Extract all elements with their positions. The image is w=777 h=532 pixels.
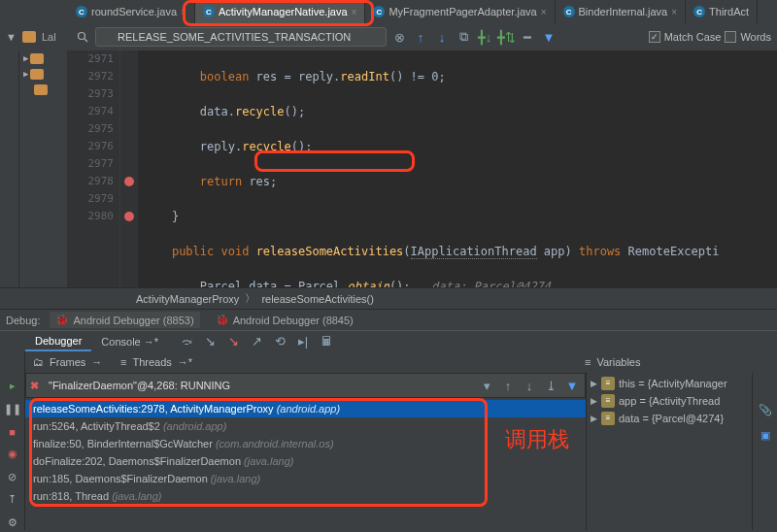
pause-icon[interactable]: ❚❚ [5,401,20,416]
tab-label: BinderInternal.java [579,6,668,17]
match-case-checkbox[interactable]: ✓ Match Case [649,31,722,43]
project-tree[interactable]: ▶ ▶ [19,50,68,287]
code-content[interactable]: boolean res = reply.readInt() != 0; data… [138,50,777,287]
checkbox-icon: ✓ [649,31,660,43]
tri-right-icon[interactable]: ▶ [591,410,597,427]
export-threads-icon[interactable]: ⤓ [542,377,559,394]
stack-frame[interactable]: run:818, Thread (java.lang) [25,487,586,505]
session-label: Android Debugger (8853) [73,315,193,326]
tab-myfragmentpageradapter[interactable]: C MyFragmentPagerAdapter.java × [365,0,555,23]
breadcrumb[interactable]: ActivityManagerProxy 〉 releaseSomeActivi… [0,287,777,309]
class-icon: C [563,6,575,17]
tab-activitymanagernative[interactable]: C ActivityManagerNative.java × [195,0,366,23]
breakpoint-icon[interactable] [124,212,134,221]
project-pane-header: ▼ Lal [0,23,68,50]
filter-icon[interactable]: ▼ [540,28,557,46]
folder-icon [30,53,44,64]
variables-list[interactable]: ▶≡this = {ActivityManager ▶≡app = {Activ… [587,373,752,530]
tab-thirdact[interactable]: C ThirdAct [686,0,758,23]
remove-selection-icon[interactable]: ━ [519,28,536,46]
words-checkbox[interactable]: Words [725,31,771,43]
debug-session-tab[interactable]: 🐞 Android Debugger (8845) [210,312,359,328]
thread-stop-icon[interactable]: ✖ [30,380,39,392]
close-icon[interactable]: × [352,7,357,17]
mute-breakpoints-icon[interactable]: ⊘ [5,470,20,484]
breadcrumb-class[interactable]: ActivityManagerProxy [136,293,239,305]
tri-right-icon[interactable]: ▶ [591,375,597,392]
stack-frame[interactable]: finalize:50, BinderInternal$GcWatcher (c… [25,435,586,452]
close-icon[interactable]: × [541,7,547,17]
class-icon: C [203,6,215,17]
settings-icon[interactable]: ⚙ [5,515,20,530]
force-step-into-icon[interactable]: ↘ [224,333,242,350]
stop-icon[interactable]: ■ [5,424,20,439]
prev-result-icon[interactable]: ↑ [412,28,429,46]
tri-right-icon[interactable]: ▶ [23,69,28,79]
tab-roundservice[interactable]: C roundService.java × [68,0,195,23]
clear-icon[interactable]: ⊗ [390,28,408,46]
variable-row[interactable]: ▶≡app = {ActivityThread [591,392,748,410]
step-out-icon[interactable]: ↗ [248,333,265,350]
frames-panel-head[interactable]: 🗂 Frames→ [25,351,113,373]
thread-selector[interactable]: "FinalizerDaemon"@4,268: RUNNING [43,380,474,391]
threads-panel-head[interactable]: ≡ Threads→* [113,351,577,373]
breakpoint-icon[interactable] [124,177,134,186]
chevron-down-icon[interactable]: ▾ [478,377,495,394]
drop-frame-icon[interactable]: ⟲ [271,333,288,350]
tri-right-icon[interactable]: ▶ [591,392,597,410]
line-number: 2973 [68,85,114,103]
project-label: Lal [42,31,56,43]
search-input[interactable] [95,27,387,47]
thread-dump-icon[interactable]: ⤒ [5,492,20,507]
breadcrumb-method[interactable]: releaseSomeActivities() [261,293,374,305]
stack-frame[interactable]: releaseSomeActivities:2978, ActivityMana… [25,400,586,417]
view-breakpoints-icon[interactable]: ◉ [5,447,20,461]
step-into-icon[interactable]: ↘ [201,333,219,350]
debug-run-controls: ▸ ❚❚ ■ ◉ ⊘ ⤒ ⚙ [0,373,25,530]
filter-frames-icon[interactable]: ▼ [563,377,581,394]
pin-icon[interactable]: 📎 [758,402,773,417]
debugger-tab[interactable]: Debugger [25,331,91,351]
variables-panel-head[interactable]: ≡ Variables [577,351,648,373]
next-result-icon[interactable]: ↓ [433,28,451,46]
prev-frame-icon[interactable]: ↑ [499,377,517,394]
frames-panel: ✖ "FinalizerDaemon"@4,268: RUNNING ▾ ↑ ↓… [25,373,587,530]
find-all-icon[interactable]: ⧉ [455,28,472,46]
tri-down-icon[interactable]: ▼ [6,31,17,43]
next-frame-icon[interactable]: ↓ [521,377,538,394]
field-icon: ≡ [601,394,615,408]
variable-row[interactable]: ▶≡this = {ActivityManager [591,375,748,392]
select-all-icon[interactable]: ╋⇅ [497,28,515,46]
class-icon: C [373,6,385,17]
tab-binderinternal[interactable]: C BinderInternal.java × [556,0,687,23]
call-stack[interactable]: releaseSomeActivities:2978, ActivityMana… [25,398,586,530]
tri-right-icon[interactable]: ▶ [23,53,28,63]
close-icon[interactable]: × [181,7,186,17]
search-icon [74,28,91,46]
resume-icon[interactable]: ▸ [5,379,20,393]
stack-frame[interactable]: run:5264, ActivityThread$2 (android.app) [25,417,586,435]
bug-icon: 🐞 [55,314,69,326]
debug-session-tab[interactable]: 🐞 Android Debugger (8853) [50,312,199,328]
stack-frame[interactable]: doFinalize:202, Daemons$FinalizerDaemon … [25,452,586,470]
add-selection-icon[interactable]: ╋↓ [476,28,493,46]
variables-panel: ▶≡this = {ActivityManager ▶≡app = {Activ… [587,373,752,530]
tab-label: ThirdAct [709,6,749,17]
line-number: 2980 [68,208,114,225]
console-tab[interactable]: Console →* [91,331,168,351]
frames-icon: 🗂 [33,356,44,368]
close-icon[interactable]: × [671,7,677,17]
run-to-cursor-icon[interactable]: ▸| [294,333,312,350]
breakpoint-gutter[interactable] [120,50,138,287]
evaluate-icon[interactable]: 🖩 [318,333,335,350]
step-over-icon[interactable]: ⤼ [178,333,195,350]
camera-icon[interactable]: ▣ [758,427,773,443]
line-number: 2975 [68,120,114,138]
tool-window-stripe-left[interactable] [0,50,19,287]
bug-icon: 🐞 [216,314,229,326]
stack-frame[interactable]: run:185, Daemons$FinalizerDaemon (java.l… [25,470,586,487]
words-label: Words [740,31,771,43]
thread-label: "FinalizerDaemon"@4,268: RUNNING [49,380,230,391]
code-editor[interactable]: 2971 2972 2973 2974 2975 2976 2977 2978 … [68,50,777,287]
variable-row[interactable]: ▶≡data = {Parcel@4274} [591,410,748,427]
